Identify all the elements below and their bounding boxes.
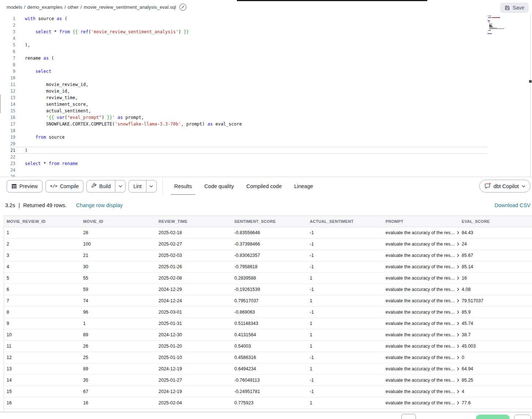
expand-prompt-chevron-icon[interactable] <box>457 254 459 257</box>
expand-prompt-chevron-icon[interactable] <box>457 322 459 325</box>
table-cell: 0.54003 <box>232 341 307 352</box>
code-line[interactable]: 19 from source <box>0 134 532 141</box>
tab-lineage[interactable]: Lineage <box>288 177 319 195</box>
breadcrumb-item[interactable]: other <box>68 4 79 10</box>
code-line[interactable]: 3 select * from {{ ref('movie_review_sen… <box>0 29 532 35</box>
tab-compiled-code[interactable]: Compiled code <box>240 177 288 195</box>
lint-dropdown-toggle[interactable] <box>146 180 156 192</box>
expand-prompt-chevron-icon[interactable] <box>457 231 459 235</box>
expand-prompt-chevron-icon[interactable] <box>457 333 459 337</box>
column-header-movie_review_id: MOVIE_REVIEW_ID <box>4 216 81 227</box>
expand-prompt-chevron-icon[interactable] <box>457 288 459 291</box>
cropped-button-2[interactable] <box>514 415 531 419</box>
dbt-copilot-button[interactable]: dbt Copilot <box>479 180 531 192</box>
prompt-cell: evaluate the accuracy of the res… <box>383 363 459 374</box>
query-timing: 3.2s <box>5 202 15 208</box>
tab-results[interactable]: Results <box>168 177 198 195</box>
prompt-cell: evaluate the accuracy of the res… <box>383 273 459 284</box>
download-csv-link[interactable]: Download CSV <box>495 202 531 208</box>
sql-code-editor[interactable]: 1with source as (23 select * from {{ ref… <box>0 14 532 177</box>
table-cell: 2025-01-27 <box>156 375 232 386</box>
breadcrumb-item[interactable]: models <box>7 4 22 10</box>
code-line[interactable]: 7rename as ( <box>0 55 532 61</box>
expand-prompt-chevron-icon[interactable] <box>457 299 459 303</box>
code-line[interactable]: 23select * from rename <box>0 160 532 167</box>
code-line[interactable]: 1with source as ( <box>0 15 532 22</box>
line-number: 2 <box>0 22 15 29</box>
table-cell: 2025-01-31 <box>156 318 232 329</box>
expand-prompt-chevron-icon[interactable] <box>457 378 459 382</box>
cropped-green-button[interactable] <box>476 415 510 419</box>
change-row-display-link[interactable]: Change row display <box>76 202 123 208</box>
cropped-button-1[interactable] <box>401 414 416 419</box>
table-row: 14352025-01-27-0.76049113-1evaluate the … <box>4 375 532 386</box>
table-cell: 38.7 <box>459 329 532 340</box>
table-cell: 1 <box>307 341 383 352</box>
expand-prompt-chevron-icon[interactable] <box>457 310 459 314</box>
code-line[interactable]: 21) <box>0 147 532 154</box>
code-line[interactable]: 6 <box>0 48 532 55</box>
code-line[interactable]: 12 movie_id, <box>0 88 532 94</box>
tab-code-quality[interactable]: Code quality <box>198 177 240 195</box>
code-line[interactable]: 9 select <box>0 68 532 75</box>
code-line[interactable]: 11 movie_review_id, <box>0 81 532 88</box>
line-number: 16 <box>0 114 15 121</box>
code-line[interactable]: 15 actual_sentiment, <box>0 108 532 114</box>
code-text: ) <box>15 147 27 154</box>
editor-minimap[interactable] <box>488 16 524 36</box>
line-number: 3 <box>0 29 15 35</box>
build-dropdown-toggle[interactable] <box>115 180 125 192</box>
table-row: 1282025-02-18-0.83556646-1evaluate the a… <box>4 227 532 239</box>
line-number: 17 <box>0 121 15 127</box>
format-file-icon[interactable] <box>179 4 186 11</box>
code-line[interactable]: 14 sentiment_score, <box>0 101 532 108</box>
table-cell: 12 <box>4 352 81 363</box>
code-line[interactable]: 24 <box>0 167 532 173</box>
code-line[interactable]: 4 <box>0 35 532 42</box>
code-line[interactable]: 13 review_time, <box>0 94 532 101</box>
prompt-preview-text: evaluate the accuracy of the res… <box>386 276 455 281</box>
bottom-strip <box>0 412 532 419</box>
editor-scrollbar[interactable] <box>530 14 531 177</box>
expand-prompt-chevron-icon[interactable] <box>457 242 459 246</box>
preview-button[interactable]: Preview <box>7 180 42 192</box>
code-line[interactable]: 17 SNOWFLAKE.CORTEX.COMPLETE('snowflake-… <box>0 121 532 127</box>
prompt-preview-text: evaluate the accuracy of the res… <box>386 242 455 247</box>
build-button[interactable]: Build <box>86 180 126 192</box>
table-cell: -0.7958618 <box>232 261 307 272</box>
code-line[interactable]: 18 <box>0 127 532 134</box>
prompt-preview-text: evaluate the accuracy of the res… <box>386 378 455 383</box>
table-cell: 1 <box>307 318 383 329</box>
expand-prompt-chevron-icon[interactable] <box>457 344 459 348</box>
expand-prompt-chevron-icon[interactable] <box>457 401 459 405</box>
table-cell: 2025-02-08 <box>156 273 232 284</box>
code-line[interactable]: 8 <box>0 61 532 68</box>
table-cell: 7 <box>4 295 81 306</box>
save-floppy-icon <box>505 5 510 11</box>
save-button[interactable]: Save <box>500 3 529 13</box>
compile-button[interactable]: </>Compile <box>45 180 83 192</box>
results-table: MOVIE_REVIEW_IDMOVIE_IDREVIEW_TIMESENTIM… <box>4 216 532 412</box>
code-line[interactable]: 20 <box>0 141 532 147</box>
breadcrumb-item[interactable]: demo_examples <box>27 4 63 10</box>
table-cell: -0.76049113 <box>232 375 307 386</box>
line-number: 1 <box>0 15 15 22</box>
table-cell: -1 <box>307 352 383 363</box>
status-divider: | <box>18 202 20 208</box>
expand-prompt-chevron-icon[interactable] <box>457 265 459 269</box>
expand-prompt-chevron-icon[interactable] <box>457 390 459 393</box>
table-cell: 1 <box>307 273 383 284</box>
scrollbar-thumb[interactable] <box>529 80 532 83</box>
results-status-bar: 3.2s | Returned 49 rows. Change row disp… <box>0 195 532 216</box>
table-cell: 9 <box>4 318 81 329</box>
expand-prompt-chevron-icon[interactable] <box>457 356 459 359</box>
lint-button[interactable]: Lint <box>129 180 157 192</box>
code-line[interactable]: 10 <box>0 75 532 81</box>
breadcrumb-item[interactable]: movie_review_sentiment_analysis_eval.sql <box>84 4 176 10</box>
code-line[interactable]: 22 <box>0 154 532 160</box>
expand-prompt-chevron-icon[interactable] <box>457 276 459 280</box>
code-line[interactable]: 5), <box>0 42 532 48</box>
code-line[interactable]: 2 <box>0 22 532 29</box>
expand-prompt-chevron-icon[interactable] <box>457 367 459 371</box>
code-line[interactable]: 16 '{{ var("eval_prompt") }}' as prompt, <box>0 114 532 121</box>
